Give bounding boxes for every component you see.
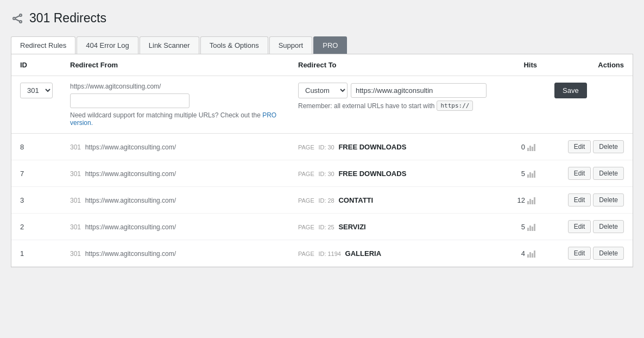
table-row: 7 301 https://www.agitconsulting.com/ PA… (11, 160, 633, 187)
row-from-url: https://www.agitconsulting.com/ (85, 197, 176, 204)
row-hits-num: 4 (521, 249, 525, 258)
svg-line-3 (15, 16, 20, 18)
row-id-cell: 7 (11, 160, 61, 187)
table-row: 3 301 https://www.agitconsulting.com/ PA… (11, 187, 633, 214)
delete-button[interactable]: Delete (593, 193, 624, 206)
delete-button[interactable]: Delete (593, 140, 624, 153)
svg-rect-14 (529, 199, 531, 204)
table-row: 1 301 https://www.agitconsulting.com/ PA… (11, 240, 633, 267)
row-code: 301 (70, 143, 81, 151)
col-header-from: Redirect From (61, 54, 289, 76)
svg-rect-15 (532, 200, 533, 204)
https-badge: https:// (437, 101, 473, 111)
row-actions-cell: Edit Delete (546, 214, 633, 240)
row-code: 301 (70, 197, 81, 204)
delete-button[interactable]: Delete (593, 167, 624, 180)
redirect-code-select[interactable]: 301 302 307 (20, 83, 53, 98)
edit-button[interactable]: Edit (568, 140, 591, 153)
row-to-cell: PAGE ID: 25 SERVIZI (289, 214, 502, 240)
redirect-from-input[interactable] (70, 93, 190, 108)
svg-rect-22 (529, 252, 531, 258)
svg-rect-5 (527, 148, 529, 151)
row-id: 3 (20, 196, 24, 204)
row-id: 1 (20, 249, 24, 258)
row-id: 8 (20, 143, 24, 151)
row-page-id: ID: 1194 (318, 251, 341, 257)
redirect-type-select[interactable]: Custom Page Post Category (298, 83, 348, 98)
row-actions-cell: Edit Delete (546, 160, 633, 187)
svg-rect-9 (527, 174, 529, 178)
col-header-to: Redirect To (289, 54, 502, 76)
svg-rect-13 (527, 201, 529, 204)
row-hits-num: 5 (521, 170, 525, 178)
svg-rect-7 (532, 147, 533, 151)
row-hits-num: 5 (521, 223, 525, 231)
row-to-cell: PAGE ID: 1194 GALLERIA (289, 240, 502, 267)
row-hits-num: 0 (521, 143, 525, 151)
chart-icon (527, 169, 537, 178)
row-actions-cell: Edit Delete (546, 134, 633, 160)
svg-rect-17 (527, 228, 529, 231)
chart-icon (527, 142, 537, 151)
row-page-label: PAGE (298, 224, 314, 230)
add-row-id-cell: 301 302 307 (11, 76, 61, 134)
url-prefix-label: https://www.agitconsulting.com/ (70, 83, 161, 90)
chart-icon (527, 249, 537, 258)
row-from-url: https://www.agitconsulting.com/ (85, 250, 176, 258)
edit-button[interactable]: Edit (568, 247, 591, 260)
row-from-cell: 301 https://www.agitconsulting.com/ (61, 134, 289, 160)
row-actions-cell: Edit Delete (546, 240, 633, 267)
svg-rect-12 (534, 171, 535, 178)
chart-icon (527, 222, 537, 231)
row-id-cell: 8 (11, 134, 61, 160)
row-hits-num: 12 (517, 196, 525, 204)
row-id-cell: 3 (11, 187, 61, 214)
svg-point-1 (20, 14, 22, 16)
row-page-label: PAGE (298, 144, 314, 151)
main-content: ID Redirect From Redirect To Hits Action… (11, 54, 633, 267)
svg-rect-11 (532, 173, 533, 178)
row-page-label: PAGE (298, 171, 314, 177)
svg-rect-24 (534, 251, 535, 258)
redirect-to-input[interactable] (351, 83, 487, 98)
row-page-label: PAGE (298, 197, 314, 204)
row-page-name: GALLERIA (345, 249, 381, 258)
svg-rect-19 (532, 227, 533, 231)
row-to-cell: PAGE ID: 30 FREE DOWNLOADS (289, 160, 502, 187)
row-hits-cell: 12 (502, 187, 546, 214)
edit-button[interactable]: Edit (568, 167, 591, 180)
redirect-table: ID Redirect From Redirect To Hits Action… (11, 54, 633, 267)
row-hits-cell: 5 (502, 214, 546, 240)
col-header-id: ID (11, 54, 61, 76)
chart-icon (527, 196, 537, 204)
save-button[interactable]: Save (554, 83, 587, 98)
row-id: 7 (20, 170, 24, 178)
svg-rect-23 (532, 253, 533, 258)
svg-rect-18 (529, 226, 531, 231)
delete-button[interactable]: Delete (593, 220, 624, 233)
tab-link-scanner[interactable]: Link Scanner (140, 36, 199, 54)
svg-rect-16 (534, 197, 535, 204)
row-page-id: ID: 30 (318, 144, 334, 151)
tab-support[interactable]: Support (269, 36, 313, 54)
tab-error-log[interactable]: 404 Error Log (77, 36, 138, 54)
edit-button[interactable]: Edit (568, 193, 591, 206)
edit-button[interactable]: Edit (568, 220, 591, 233)
svg-rect-6 (529, 146, 531, 151)
row-id: 2 (20, 223, 24, 231)
add-row-from-cell: https://www.agitconsulting.com/ Need wil… (61, 76, 289, 134)
row-code: 301 (70, 170, 81, 178)
row-hits-cell: 4 (502, 240, 546, 267)
row-actions-cell: Edit Delete (546, 187, 633, 214)
tabs-nav: Redirect Rules 404 Error Log Link Scanne… (11, 36, 633, 54)
delete-button[interactable]: Delete (593, 247, 624, 260)
row-code: 301 (70, 223, 81, 231)
row-to-cell: PAGE ID: 28 CONTATTI (289, 187, 502, 214)
tab-pro[interactable]: PRO (313, 36, 347, 54)
svg-rect-20 (534, 224, 535, 231)
tab-tools-options[interactable]: Tools & Options (200, 36, 268, 54)
svg-rect-21 (527, 254, 529, 258)
row-hits-cell: 5 (502, 160, 546, 187)
tab-redirect-rules[interactable]: Redirect Rules (11, 36, 75, 54)
svg-point-2 (20, 21, 22, 23)
